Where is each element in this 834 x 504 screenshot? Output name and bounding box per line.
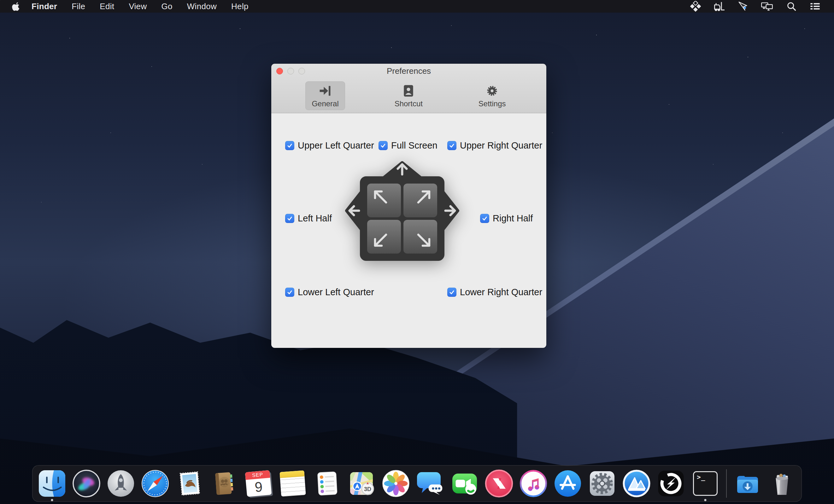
toolbar-tabs: General Shortcut — [271, 78, 546, 113]
tab-general[interactable]: General — [305, 81, 345, 110]
dock-terminal-icon[interactable]: >_ — [690, 468, 721, 499]
four-diamonds-icon[interactable] — [690, 1, 701, 12]
checkbox-full-screen[interactable]: Full Screen — [378, 140, 438, 151]
tab-general-label: General — [312, 100, 338, 108]
dock-safari-icon[interactable] — [140, 468, 170, 499]
menu-item-window[interactable]: Window — [187, 2, 217, 12]
checkbox-upper-left-quarter[interactable]: Upper Left Quarter — [285, 140, 374, 151]
dock-news-icon[interactable] — [484, 468, 514, 499]
running-indicator — [704, 499, 707, 501]
checkbox-checked-icon — [447, 288, 456, 297]
menu-item-app-name[interactable]: Finder — [31, 2, 57, 12]
gear-icon — [485, 84, 499, 98]
dock-calendar-icon[interactable]: SEP 9 — [243, 468, 273, 499]
forklift-icon[interactable] — [714, 1, 725, 12]
checkbox-label: Right Half — [493, 213, 533, 224]
window-snap-graphic — [343, 160, 461, 261]
checkbox-label: Lower Right Quarter — [460, 287, 542, 298]
checkbox-checked-icon — [285, 214, 294, 223]
dock-app-store-icon[interactable] — [553, 468, 583, 499]
preferences-window: Preferences General — [271, 64, 546, 348]
dock-finder-icon[interactable] — [37, 468, 67, 499]
checkbox-label: Lower Left Quarter — [298, 287, 374, 298]
checkbox-label: Left Half — [298, 213, 332, 224]
dock-window-manager-app-icon[interactable] — [656, 468, 686, 499]
dock-blue-mountain-app-icon[interactable] — [621, 468, 652, 499]
maps-3d-badge-label: 3D — [364, 486, 371, 492]
checkbox-left-half[interactable]: Left Half — [285, 213, 332, 224]
checkbox-checked-icon — [447, 141, 456, 150]
apple-logo-icon[interactable] — [12, 2, 20, 11]
menu-item-edit[interactable]: Edit — [100, 2, 114, 12]
menu-item-view[interactable]: View — [129, 2, 147, 12]
dock-photos-icon[interactable] — [381, 468, 411, 499]
checkbox-checked-icon — [285, 141, 294, 150]
checkbox-checked-icon — [480, 214, 489, 223]
dock-launchpad-icon[interactable] — [106, 468, 136, 499]
calendar-art: SEP 9 — [245, 470, 272, 497]
window-title: Preferences — [271, 66, 546, 76]
checkbox-lower-left-quarter[interactable]: Lower Left Quarter — [285, 287, 374, 298]
checkbox-checked-icon — [285, 288, 294, 297]
move-to-edge-icon — [318, 84, 332, 98]
running-indicator — [51, 499, 53, 501]
menu-item-go[interactable]: Go — [161, 2, 172, 12]
spotlight-search-icon[interactable] — [786, 1, 797, 12]
dock-siri-icon[interactable] — [71, 468, 102, 499]
cursor-arrow-icon[interactable] — [738, 1, 748, 12]
dock-contacts-icon[interactable] — [209, 468, 239, 499]
dock-separator — [726, 469, 727, 498]
checkbox-label: Full Screen — [391, 140, 438, 151]
notification-center-icon[interactable] — [809, 1, 821, 12]
tab-shortcut-label: Shortcut — [395, 100, 423, 108]
checkbox-label: Upper Left Quarter — [298, 140, 374, 151]
dock-facetime-icon[interactable] — [449, 468, 480, 499]
title-bar[interactable]: Preferences — [271, 64, 546, 78]
terminal-prompt-glyph: >_ — [697, 474, 705, 481]
dock-downloads-folder-icon[interactable] — [732, 468, 763, 499]
contact-card-icon — [401, 84, 416, 98]
terminal-art: >_ — [693, 471, 718, 496]
checkbox-label: Upper Right Quarter — [460, 140, 542, 151]
tab-settings[interactable]: Settings — [472, 81, 512, 110]
calendar-day: 9 — [246, 478, 271, 497]
tab-settings-label: Settings — [479, 100, 506, 108]
checkbox-upper-right-quarter[interactable]: Upper Right Quarter — [447, 140, 542, 151]
dock-system-preferences-icon[interactable] — [587, 468, 617, 499]
checkbox-lower-right-quarter[interactable]: Lower Right Quarter — [447, 287, 542, 298]
tab-shortcut[interactable]: Shortcut — [388, 81, 429, 110]
checkbox-right-half[interactable]: Right Half — [480, 213, 533, 224]
checkbox-checked-icon — [378, 141, 388, 150]
dual-displays-icon[interactable] — [761, 1, 773, 12]
menu-item-file[interactable]: File — [72, 2, 85, 12]
notes-art — [280, 470, 306, 497]
general-pane: Upper Left Quarter Full Screen Upper Rig… — [271, 113, 546, 348]
dock-itunes-icon[interactable] — [518, 468, 549, 499]
dock-mail-icon[interactable] — [174, 468, 205, 499]
menu-bar: Finder File Edit View Go Window Help — [0, 0, 834, 13]
dock-reminders-icon[interactable] — [312, 468, 342, 499]
dock: SEP 9 — [32, 465, 802, 502]
dock-trash-icon[interactable] — [767, 468, 797, 499]
dock-notes-icon[interactable] — [278, 468, 308, 499]
dock-messages-icon[interactable] — [415, 468, 445, 499]
menu-bar-status-icons — [690, 1, 834, 12]
dock-maps-icon[interactable]: 3D — [346, 468, 377, 499]
menu-item-help[interactable]: Help — [231, 2, 248, 12]
